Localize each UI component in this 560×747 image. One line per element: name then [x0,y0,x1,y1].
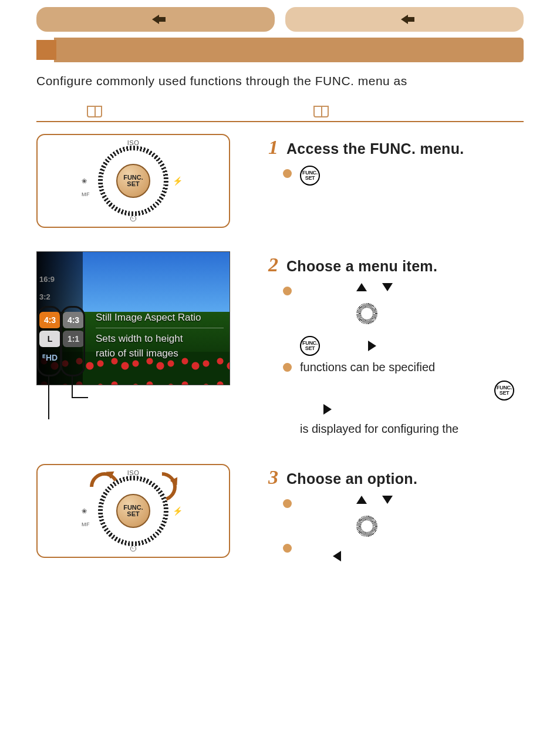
set-label: SET [127,511,139,518]
arrow-left-icon [401,15,408,24]
step-1-row: ISO ❀ MF ⚡ ⏲ FUNC. SET 1 Access the FUNC… [36,134,524,228]
step-2-bullet-2: functions can be specified FUNC. SET is … [283,359,524,437]
bullet-icon [283,169,292,178]
dial-label-mf: MF [82,521,90,528]
dial-ring: FUNC. SET [98,476,168,546]
top-nav [36,7,524,32]
step-number: 1 [258,134,278,161]
step-title: Choose an option. [286,469,417,489]
func-set-icon: FUNC. SET [300,166,320,186]
func-set-icon: FUNC. SET [494,381,514,401]
step-2-text-a: functions can be specified [300,359,524,375]
nav-back-button-1[interactable] [36,7,275,32]
dial-ring: FUNC. SET [98,146,168,216]
callout-leader-a [48,376,49,419]
macro-icon: ❀ [82,177,87,186]
step-title: Choose a menu item. [286,257,437,277]
book-icon [313,106,329,117]
left-arrow-icon [333,551,341,561]
callout-leader-b [72,376,73,398]
dial-icon [356,303,377,324]
step-2-row: 16:9 3:2 4:3 4:3 L 1:1 ᴱHD Still Image A… [36,251,524,440]
up-arrow-icon [356,283,367,291]
step-3-heading: 3 Choose an option. [258,464,524,491]
callout-options [60,306,85,376]
camera-screen-example: 16:9 3:2 4:3 4:3 L 1:1 ᴱHD Still Image A… [36,251,230,385]
macro-icon: ❀ [82,507,87,516]
option-16-9: 16:9 [39,274,55,285]
up-arrow-icon [356,496,367,504]
flash-icon: ⚡ [173,506,183,517]
step-3-row: ISO ❀ MF ⚡ ⏲ FUNC. SET 3 Choose an optio… [36,464,524,565]
right-arrow-icon [368,341,376,351]
screen-caption: Still Image Aspect Ratio Sets width to h… [96,311,224,361]
down-arrow-icon [382,283,393,291]
step-2-text-b: is displayed for configuring the [300,421,524,437]
title-accent-block [36,40,56,60]
step-1-bullet: FUNC. SET [283,166,524,186]
screen-example-wrap: 16:9 3:2 4:3 4:3 L 1:1 ᴱHD Still Image A… [36,251,230,385]
control-dial: ISO ❀ MF ⚡ ⏲ FUNC. SET [92,140,174,222]
func-set-button: FUNC. SET [116,494,150,528]
callout-menu-items [37,306,62,376]
bullet-icon [283,363,292,372]
right-arrow-icon [323,404,332,415]
dial-icon [356,516,377,537]
step-3-bullet-1 [283,496,524,537]
dial-label-mf: MF [82,191,90,198]
dial-illustration-panel: ISO ❀ MF ⚡ ⏲ FUNC. SET [36,134,230,228]
control-dial-rotate: ISO ❀ MF ⚡ ⏲ FUNC. SET [92,470,174,552]
set-label: SET [127,181,139,188]
step-3-bullet-2 [283,540,524,561]
bullet-icon [283,287,292,295]
func-set-button: FUNC. SET [116,164,150,198]
down-arrow-icon [382,496,393,504]
book-icon [87,106,102,117]
caption-line-2: ratio of still images [96,346,224,361]
step-number: 3 [258,464,278,491]
section-title-bar [36,38,524,62]
set-text: SET [305,346,315,351]
title-strip [54,38,524,62]
bullet-icon [283,499,292,508]
option-3-2: 3:2 [39,292,50,302]
flash-icon: ⚡ [173,176,183,187]
set-text: SET [305,176,315,181]
step-title: Access the FUNC. menu. [286,139,464,159]
bullet-icon [283,544,292,553]
step-1-heading: 1 Access the FUNC. menu. [258,134,524,161]
reference-row [36,106,524,122]
func-set-icon: FUNC. SET [300,336,320,356]
step-2-heading: 2 Choose a menu item. [258,251,524,278]
step-number: 2 [258,251,278,278]
set-text: SET [500,391,510,396]
caption-title: Still Image Aspect Ratio [96,311,224,328]
dial-rotate-panel: ISO ❀ MF ⚡ ⏲ FUNC. SET [36,464,230,558]
nav-back-button-2[interactable] [285,7,524,32]
step-2-bullet-1: FUNC. SET [283,283,524,356]
intro-text: Configure commonly used functions throug… [36,73,524,89]
arrow-left-icon [152,15,159,24]
caption-line-1: Sets width to height [96,332,224,346]
